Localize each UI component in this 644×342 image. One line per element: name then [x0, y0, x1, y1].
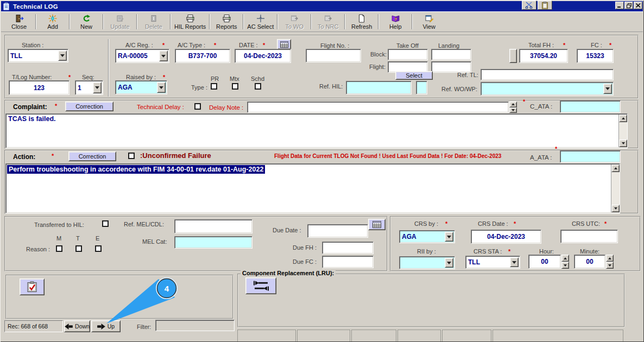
help-button[interactable]: ? Help: [380, 12, 411, 31]
spinner-up-icon[interactable]: [509, 102, 517, 107]
c-ata-input[interactable]: [560, 100, 621, 113]
due-fh-input[interactable]: [322, 242, 374, 254]
minimize-button[interactable]: [615, 2, 624, 9]
crs-sta-select[interactable]: TLL: [465, 256, 520, 269]
add-button[interactable]: Add: [37, 12, 68, 31]
scroll-down-icon[interactable]: [619, 140, 627, 147]
spinner-up-icon[interactable]: [561, 255, 569, 262]
new-button[interactable]: New: [71, 12, 102, 31]
block-takeoff-input[interactable]: [388, 49, 428, 60]
chevron-down-icon[interactable]: [159, 50, 168, 61]
due-date-input[interactable]: [307, 224, 368, 238]
minute-input[interactable]: [574, 255, 605, 269]
type-schd-header: Schd: [251, 75, 264, 82]
lru-swap-button[interactable]: [245, 277, 276, 294]
ref-tl-input[interactable]: [481, 69, 614, 80]
technical-delay-checkbox[interactable]: [194, 103, 201, 110]
fc-input[interactable]: [577, 49, 614, 63]
close-window-button[interactable]: [634, 2, 642, 9]
view-button[interactable]: View: [414, 12, 444, 31]
reason-t-checkbox[interactable]: [75, 245, 82, 252]
date-input[interactable]: [235, 49, 291, 63]
ac-type-input[interactable]: [175, 49, 230, 63]
complaint-scrollbar[interactable]: [618, 115, 627, 147]
station-select[interactable]: TLL: [8, 49, 68, 62]
close-button[interactable]: Close: [4, 12, 34, 31]
refresh-button[interactable]: Refresh: [346, 12, 377, 31]
up-record-button[interactable]: Up: [91, 320, 121, 332]
action-text-area[interactable]: Perform troubleshooting in accordence wi…: [5, 163, 620, 213]
reports-button[interactable]: Reports: [211, 12, 242, 31]
hour-label: Hour:: [539, 248, 554, 255]
hil-reports-button[interactable]: HIL Reports: [172, 12, 208, 31]
delay-note-input[interactable]: [247, 102, 509, 113]
ref-mel-cdl-input[interactable]: [174, 219, 252, 233]
raised-by-select[interactable]: AGA: [115, 80, 167, 94]
crs-date-input[interactable]: [471, 230, 541, 244]
rii-by-select[interactable]: [399, 256, 455, 269]
delay-note-spinner[interactable]: [509, 102, 517, 113]
title-clipboard-button[interactable]: [538, 1, 552, 10]
ac-select-button[interactable]: AC Select: [245, 12, 276, 31]
mel-cat-input[interactable]: [174, 236, 252, 249]
type-pr-checkbox[interactable]: [211, 83, 217, 90]
minute-spinner[interactable]: [606, 255, 614, 269]
chevron-down-icon[interactable]: [445, 232, 453, 242]
ref-hil-extra-input[interactable]: [416, 81, 427, 94]
seq-select[interactable]: 1: [75, 80, 103, 95]
component-replacement-panel: [237, 274, 625, 327]
chevron-down-icon[interactable]: [603, 84, 612, 94]
due-fc-input[interactable]: [322, 256, 374, 268]
action-correction-button[interactable]: Correction: [68, 151, 116, 161]
chevron-down-icon[interactable]: [510, 257, 519, 267]
delete-button: Delete: [138, 12, 169, 31]
spinner-down-icon[interactable]: [509, 107, 517, 113]
landing-header: Landing: [438, 42, 459, 49]
chevron-down-icon[interactable]: [445, 258, 453, 268]
due-date-calendar-button[interactable]: [368, 219, 386, 230]
type-label: Type :: [191, 84, 207, 91]
reason-m-checkbox[interactable]: [56, 245, 62, 252]
ref-wowp-select[interactable]: [481, 82, 614, 96]
ref-hil-input[interactable]: [346, 81, 412, 94]
type-schd-checkbox[interactable]: [255, 83, 261, 90]
type-mtx-checkbox[interactable]: [232, 83, 238, 90]
filter-input[interactable]: [155, 320, 235, 331]
ac-reg-select[interactable]: RA-00005: [115, 49, 169, 63]
action-scrollbar[interactable]: [611, 164, 620, 212]
title-scissors-button[interactable]: [522, 1, 536, 10]
a-ata-input[interactable]: [560, 150, 621, 163]
chevron-down-icon[interactable]: [93, 82, 102, 93]
scroll-up-icon[interactable]: [611, 164, 620, 172]
block-landing-input[interactable]: [431, 49, 471, 60]
date-calendar-button[interactable]: [277, 39, 291, 49]
scroll-down-icon[interactable]: [611, 205, 620, 212]
spinner-up-icon[interactable]: [606, 255, 614, 262]
unconfirmed-failure-checkbox[interactable]: [128, 153, 135, 159]
chevron-down-icon[interactable]: [58, 50, 67, 61]
down-record-button[interactable]: Down: [64, 320, 90, 332]
flight-landing-input[interactable]: [431, 61, 471, 73]
rii-by-label: RII by :: [417, 248, 436, 255]
task-check-button[interactable]: [20, 278, 45, 295]
scroll-up-icon[interactable]: [619, 115, 627, 122]
hour-input[interactable]: [528, 255, 561, 269]
crs-by-select[interactable]: AGA: [399, 230, 455, 243]
crs-utc-input[interactable]: [560, 230, 618, 243]
spinner-down-icon[interactable]: [561, 262, 569, 269]
total-fh-input[interactable]: [519, 49, 568, 63]
restore-button[interactable]: [624, 2, 633, 9]
select-button[interactable]: Select: [395, 71, 433, 80]
complaint-text-area[interactable]: TCAS is failed.: [5, 113, 628, 148]
reason-e-checkbox[interactable]: [95, 245, 102, 252]
ref-hil-label: Ref. HIL:: [319, 83, 343, 90]
flight-no-input[interactable]: [306, 49, 361, 62]
complaint-correction-button[interactable]: Correction: [65, 102, 113, 111]
transferred-to-hil-checkbox[interactable]: [102, 220, 109, 227]
tlog-number-input[interactable]: [9, 80, 70, 95]
spinner-down-icon[interactable]: [606, 262, 614, 269]
lru-grid-cell: [297, 330, 350, 341]
hour-spinner[interactable]: [561, 255, 569, 269]
chevron-down-icon[interactable]: [157, 82, 166, 93]
panel-divider: [108, 39, 109, 97]
